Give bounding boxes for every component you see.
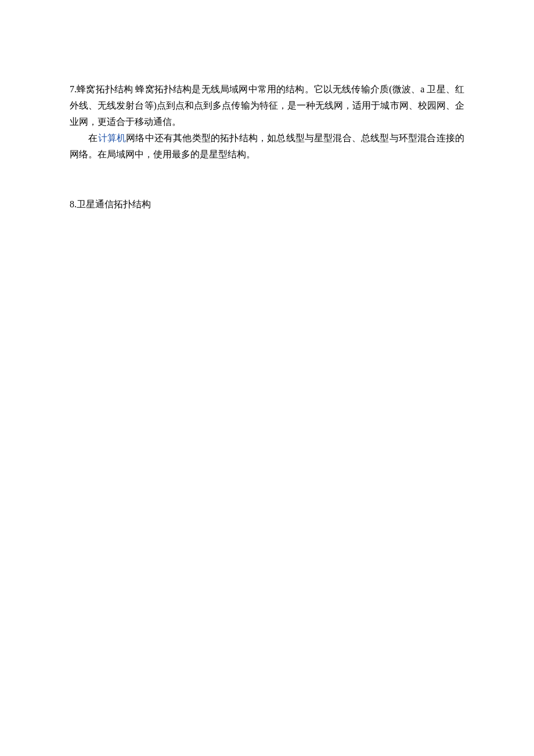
- section7-paragraph1: 7.蜂窝拓扑结构 蜂窝拓扑结构是无线局域网中常用的结构。它以无线传输介质(微波、…: [70, 81, 464, 130]
- section8-heading: 8.卫星通信拓扑结构: [70, 196, 464, 213]
- para2-prefix: 在: [70, 133, 98, 143]
- computer-link[interactable]: 计算机: [98, 133, 127, 143]
- spacer: [70, 163, 464, 196]
- para2-suffix: 网络中还有其他类型的拓扑结构，如总线型与星型混合、总线型与环型混合连接的网络。在…: [70, 133, 464, 159]
- section7-paragraph2: 在计算机网络中还有其他类型的拓扑结构，如总线型与星型混合、总线型与环型混合连接的…: [70, 130, 464, 163]
